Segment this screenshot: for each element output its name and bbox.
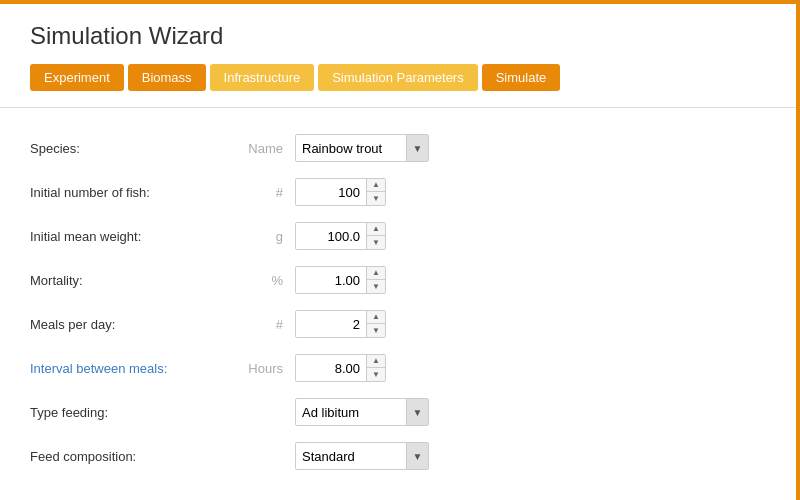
tab-biomass[interactable]: Biomass	[128, 64, 206, 91]
initial-weight-down[interactable]: ▼	[367, 236, 385, 249]
feed-composition-label: Feed composition:	[30, 449, 240, 464]
meals-label: Meals per day:	[30, 317, 240, 332]
type-feeding-control: Ad libitum Restricted Manual ▼	[295, 398, 429, 426]
species-row: Species: Name Rainbow trout Salmon Tilap…	[30, 132, 770, 164]
initial-fish-input[interactable]	[296, 179, 366, 205]
type-feeding-row: Type feeding: Ad libitum Restricted Manu…	[30, 396, 770, 428]
species-control: Rainbow trout Salmon Tilapia Catfish ▼	[295, 134, 429, 162]
page-title: Simulation Wizard	[0, 4, 800, 64]
initial-weight-spinner: ▲ ▼	[295, 222, 386, 250]
mortality-control: ▲ ▼	[295, 266, 386, 294]
tab-simulate[interactable]: Simulate	[482, 64, 561, 91]
species-select[interactable]: Rainbow trout Salmon Tilapia Catfish	[296, 135, 406, 161]
interval-label: Interval between meals:	[30, 361, 240, 376]
species-select-wrapper[interactable]: Rainbow trout Salmon Tilapia Catfish ▼	[295, 134, 429, 162]
initial-fish-spinner: ▲ ▼	[295, 178, 386, 206]
initial-fish-spinner-btns: ▲ ▼	[366, 179, 385, 205]
initial-fish-unit: #	[240, 185, 295, 200]
species-label: Species:	[30, 141, 240, 156]
tab-simulation-parameters[interactable]: Simulation Parameters	[318, 64, 478, 91]
tab-bar: Experiment Biomass Infrastructure Simula…	[0, 64, 800, 107]
type-feeding-arrow: ▼	[406, 399, 428, 425]
mortality-spinner: ▲ ▼	[295, 266, 386, 294]
right-border	[796, 0, 800, 500]
species-select-arrow: ▼	[406, 135, 428, 161]
interval-up[interactable]: ▲	[367, 355, 385, 368]
initial-weight-row: Initial mean weight: g ▲ ▼	[30, 220, 770, 252]
mortality-spinner-btns: ▲ ▼	[366, 267, 385, 293]
interval-down[interactable]: ▼	[367, 368, 385, 381]
initial-weight-control: ▲ ▼	[295, 222, 386, 250]
mortality-label: Mortality:	[30, 273, 240, 288]
mortality-input[interactable]	[296, 267, 366, 293]
feed-composition-arrow: ▼	[406, 443, 428, 469]
type-feeding-label: Type feeding:	[30, 405, 240, 420]
interval-spinner-btns: ▲ ▼	[366, 355, 385, 381]
divider	[0, 107, 800, 108]
page-container: Simulation Wizard Experiment Biomass Inf…	[0, 0, 800, 500]
meals-row: Meals per day: # ▲ ▼	[30, 308, 770, 340]
initial-fish-up[interactable]: ▲	[367, 179, 385, 192]
meals-control: ▲ ▼	[295, 310, 386, 338]
type-feeding-select[interactable]: Ad libitum Restricted Manual	[296, 399, 406, 425]
interval-row: Interval between meals: Hours ▲ ▼	[30, 352, 770, 384]
tab-experiment[interactable]: Experiment	[30, 64, 124, 91]
interval-control: ▲ ▼	[295, 354, 386, 382]
mortality-down[interactable]: ▼	[367, 280, 385, 293]
interval-unit: Hours	[240, 361, 295, 376]
mortality-unit: %	[240, 273, 295, 288]
interval-input[interactable]	[296, 355, 366, 381]
feed-composition-row: Feed composition: Standard Custom Premiu…	[30, 440, 770, 472]
form-area: Species: Name Rainbow trout Salmon Tilap…	[0, 118, 800, 500]
initial-weight-spinner-btns: ▲ ▼	[366, 223, 385, 249]
type-feeding-select-wrapper[interactable]: Ad libitum Restricted Manual ▼	[295, 398, 429, 426]
initial-fish-control: ▲ ▼	[295, 178, 386, 206]
initial-fish-row: Initial number of fish: # ▲ ▼	[30, 176, 770, 208]
meals-spinner-btns: ▲ ▼	[366, 311, 385, 337]
mortality-row: Mortality: % ▲ ▼	[30, 264, 770, 296]
mortality-up[interactable]: ▲	[367, 267, 385, 280]
meals-down[interactable]: ▼	[367, 324, 385, 337]
tab-infrastructure[interactable]: Infrastructure	[210, 64, 315, 91]
feed-composition-select-wrapper[interactable]: Standard Custom Premium ▼	[295, 442, 429, 470]
species-unit: Name	[240, 141, 295, 156]
initial-fish-down[interactable]: ▼	[367, 192, 385, 205]
meals-unit: #	[240, 317, 295, 332]
initial-fish-label: Initial number of fish:	[30, 185, 240, 200]
feed-composition-select[interactable]: Standard Custom Premium	[296, 443, 406, 469]
meals-spinner: ▲ ▼	[295, 310, 386, 338]
initial-weight-unit: g	[240, 229, 295, 244]
feed-composition-control: Standard Custom Premium ▼	[295, 442, 429, 470]
initial-weight-up[interactable]: ▲	[367, 223, 385, 236]
meals-up[interactable]: ▲	[367, 311, 385, 324]
interval-spinner: ▲ ▼	[295, 354, 386, 382]
initial-weight-label: Initial mean weight:	[30, 229, 240, 244]
meals-input[interactable]	[296, 311, 366, 337]
initial-weight-input[interactable]	[296, 223, 366, 249]
